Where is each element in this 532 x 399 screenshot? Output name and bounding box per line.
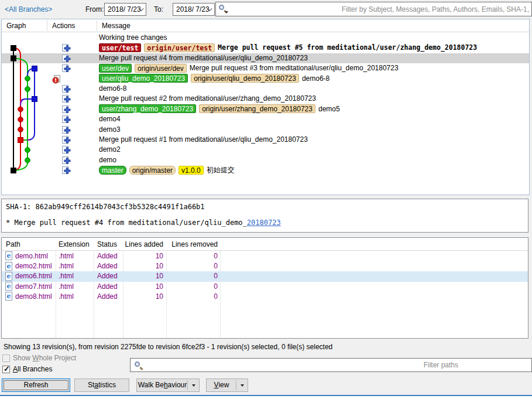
log-row[interactable]: user/devorigin/user/devMerge pull reques… bbox=[2, 63, 529, 73]
search-options-caret-icon[interactable] bbox=[225, 11, 228, 13]
dropdown-arrow-icon[interactable] bbox=[192, 384, 195, 387]
file-lines-removed-cell: 0 bbox=[169, 282, 218, 292]
column-header-message[interactable]: Message bbox=[97, 19, 131, 32]
all-branches-checkbox[interactable]: ✓All Branches bbox=[2, 365, 52, 373]
message-cell: demo bbox=[99, 155, 529, 165]
branch-label[interactable]: origin/master bbox=[129, 166, 176, 175]
column-header-extension[interactable]: Extension bbox=[59, 238, 90, 251]
commit-message: demo3 bbox=[99, 125, 121, 134]
log-row[interactable]: Merge pull request #4 from meditational/… bbox=[2, 53, 529, 63]
file-path-cell: edemo8.html bbox=[5, 292, 55, 302]
branch-label[interactable]: origin/user/qliu_demo_20180723 bbox=[191, 74, 299, 83]
log-row[interactable]: demo6-8 bbox=[2, 84, 529, 94]
branch-label[interactable]: origin/user/dev bbox=[135, 64, 187, 73]
commit-message: demo2 bbox=[99, 146, 121, 154]
branch-label[interactable]: origin/user/zhang_demo_20180723 bbox=[199, 104, 315, 113]
added-files-icon bbox=[61, 166, 71, 175]
commit-message: demo6-8 bbox=[302, 74, 330, 83]
branch-label[interactable]: origin/user/test bbox=[144, 43, 215, 52]
commit-message: Working tree changes bbox=[99, 33, 167, 42]
added-files-icon bbox=[61, 115, 71, 124]
to-date-picker[interactable]: 2018/ 7/23 bbox=[173, 3, 215, 16]
file-list-panel: Path Extension Status Lines added Lines … bbox=[1, 237, 528, 339]
log-row[interactable]: user/testorigin/user/testMerge pull requ… bbox=[2, 43, 529, 53]
button-label: Walk Behaviour bbox=[138, 381, 187, 389]
dropdown-arrow-icon[interactable] bbox=[241, 384, 244, 387]
button-label: View bbox=[214, 381, 229, 389]
branch-label[interactable]: user/test bbox=[99, 43, 141, 52]
message-cell: masterorigin/masterv1.0.0初始提交 bbox=[99, 165, 529, 175]
actions-cell bbox=[47, 43, 97, 53]
message-cell: user/zhang_demo_20180723origin/user/zhan… bbox=[99, 104, 529, 114]
column-header-lines-added[interactable]: Lines added bbox=[125, 238, 163, 251]
log-row[interactable]: masterorigin/masterv1.0.0初始提交 bbox=[2, 165, 529, 175]
all-branches-link[interactable]: <All Branches> bbox=[5, 5, 52, 13]
file-row[interactable]: edemo8.html.htmlAdded100 bbox=[2, 292, 528, 302]
check-mark-icon: ✓ bbox=[4, 364, 10, 373]
statistics-button[interactable]: Statistics bbox=[74, 378, 129, 392]
all-branches-label: All Branches bbox=[13, 365, 52, 373]
column-header-graph[interactable]: Graph bbox=[2, 19, 26, 32]
commit-list: Working tree changesuser/testorigin/user… bbox=[2, 33, 529, 176]
log-row[interactable]: Working tree changes bbox=[2, 33, 529, 43]
actions-cell bbox=[47, 114, 97, 124]
show-whole-project-label: Show Whole Project bbox=[13, 354, 76, 362]
file-status-cell: Added bbox=[97, 261, 123, 271]
html-file-icon: e bbox=[5, 251, 13, 260]
message-cell: user/testorigin/user/testMerge pull requ… bbox=[99, 43, 529, 53]
commit-message: demo6-8 bbox=[99, 84, 126, 93]
added-files-icon bbox=[61, 64, 71, 73]
commit-message-link[interactable]: 20180723 bbox=[247, 219, 281, 227]
column-header-status[interactable]: Status bbox=[97, 238, 117, 251]
log-row[interactable]: Merge pull request #2 from meditational/… bbox=[2, 94, 529, 104]
from-label: From: bbox=[85, 5, 104, 13]
message-cell: demo2 bbox=[99, 145, 529, 155]
file-extension-cell: .html bbox=[59, 282, 94, 292]
from-date-value: 2018/ 7/23 bbox=[108, 5, 141, 13]
actions-cell bbox=[47, 165, 97, 175]
search-icon[interactable] bbox=[219, 5, 224, 10]
column-header-lines-removed[interactable]: Lines removed bbox=[169, 238, 218, 251]
file-row[interactable]: edemo2.html.htmlAdded100 bbox=[2, 261, 528, 271]
actions-cell bbox=[47, 94, 97, 104]
all-branches-box[interactable]: ✓ bbox=[2, 366, 10, 373]
actions-cell bbox=[47, 33, 97, 43]
branch-label[interactable]: master bbox=[99, 166, 126, 175]
actions-cell bbox=[47, 104, 97, 114]
refresh-button[interactable]: Refresh bbox=[2, 378, 70, 392]
log-column-headers: Graph Actions Message bbox=[2, 19, 529, 32]
file-row[interactable]: edemo.html.htmlAdded100 bbox=[2, 251, 528, 261]
view-button[interactable]: View bbox=[206, 378, 248, 392]
log-row[interactable]: user/zhang_demo_20180723origin/user/zhan… bbox=[2, 104, 529, 114]
message-filter-input[interactable]: Filter by Subject, Messages, Paths, Auth… bbox=[215, 2, 532, 16]
column-header-actions[interactable]: Actions bbox=[47, 19, 75, 32]
show-whole-project-box[interactable] bbox=[2, 354, 10, 362]
filter-placeholder: Filter by Subject, Messages, Paths, Auth… bbox=[342, 5, 529, 13]
file-row[interactable]: edemo7.html.htmlAdded100 bbox=[2, 282, 528, 292]
file-row[interactable]: edemo6.html.htmlAdded100 bbox=[2, 271, 528, 281]
sha1-text: SHA-1: 862ab949cff2614b7043cf3b5328c4491… bbox=[6, 203, 205, 211]
filter-paths-input[interactable]: Filter paths bbox=[130, 358, 532, 372]
from-date-picker[interactable]: 2018/ 7/23 bbox=[104, 3, 146, 16]
log-row[interactable]: Merge pull request #1 from meditational/… bbox=[2, 135, 529, 145]
search-icon bbox=[135, 362, 140, 367]
conflict-icon bbox=[52, 74, 61, 84]
branch-label[interactable]: user/dev bbox=[99, 64, 132, 73]
column-separator[interactable] bbox=[47, 21, 47, 31]
log-row[interactable]: demo bbox=[2, 155, 529, 165]
log-row[interactable]: demo4 bbox=[2, 114, 529, 124]
column-separator[interactable] bbox=[97, 21, 97, 31]
tag-label[interactable]: v1.0.0 bbox=[179, 166, 204, 175]
walk-behaviour-button[interactable]: Walk Behaviour bbox=[136, 378, 200, 392]
column-header-path[interactable]: Path bbox=[6, 238, 20, 251]
show-whole-project-checkbox[interactable]: Show Whole Project bbox=[2, 354, 76, 362]
message-cell: user/devorigin/user/devMerge pull reques… bbox=[99, 63, 529, 73]
log-row[interactable]: user/qliu_demo_20180723origin/user/qliu_… bbox=[2, 74, 529, 84]
message-cell: Merge pull request #2 from meditational/… bbox=[99, 94, 529, 104]
log-row[interactable]: demo2 bbox=[2, 145, 529, 155]
branch-label[interactable]: user/zhang_demo_20180723 bbox=[99, 104, 196, 113]
file-lines-added-cell: 10 bbox=[125, 292, 163, 302]
branch-label[interactable]: user/qliu_demo_20180723 bbox=[99, 74, 188, 83]
commit-details-panel: SHA-1: 862ab949cff2614b7043cf3b5328c4491… bbox=[1, 199, 528, 233]
log-row[interactable]: demo3 bbox=[2, 125, 529, 135]
